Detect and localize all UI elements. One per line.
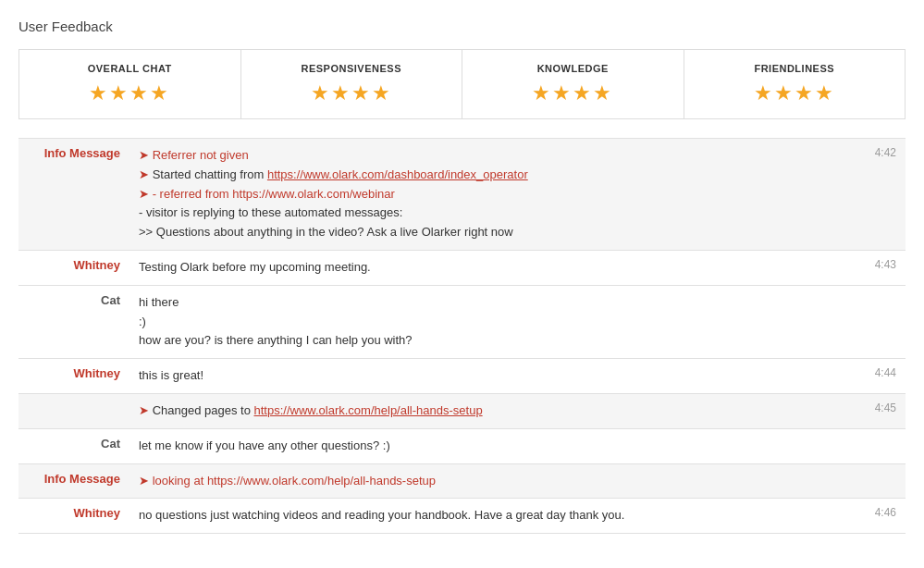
msg-line-7-0: no questions just watching videos and re… — [139, 506, 850, 525]
chat-table: Info Message➤ Referrer not given➤ Starte… — [18, 138, 906, 534]
rating-stars-2: ★★★★ — [472, 81, 674, 105]
time-cell-0: 4:42 — [859, 139, 906, 251]
time-cell-5 — [859, 428, 906, 463]
rating-label-3: FRIENDLINESS — [694, 63, 896, 74]
chat-link-0-1[interactable]: https://www.olark.com/dashboard/index_op… — [267, 167, 528, 181]
arrow-icon-0-1: ➤ — [139, 167, 153, 181]
sender-cell-1: Whitney — [18, 250, 129, 285]
chat-row-4: ➤ Changed pages to https://www.olark.com… — [18, 393, 906, 428]
time-cell-4: 4:45 — [859, 393, 906, 428]
chat-row-7: Whitneyno questions just watching videos… — [18, 499, 906, 534]
time-cell-3: 4:44 — [859, 359, 906, 394]
sender-cell-3: Whitney — [18, 359, 129, 394]
page-title: User Feedback — [18, 19, 906, 34]
rating-label-2: KNOWLEDGE — [472, 63, 674, 74]
msg-line-2-2: how are you? is there anything I can hel… — [139, 331, 850, 351]
sender-cell-2: Cat — [18, 285, 129, 358]
arrow-icon-0-2: ➤ — [139, 187, 153, 201]
msg-line-3-0: this is great! — [139, 366, 850, 386]
rating-cell-2: KNOWLEDGE★★★★ — [462, 50, 684, 118]
ratings-container: OVERALL CHAT★★★★RESPONSIVENESS★★★★KNOWLE… — [18, 49, 906, 119]
sender-cell-6: Info Message — [18, 463, 129, 499]
message-cell-3: this is great! — [129, 359, 859, 394]
msg-line-6-0: ➤ looking at https://www.olark.com/help/… — [139, 472, 850, 491]
sender-cell-4 — [18, 393, 129, 428]
rating-cell-0: OVERALL CHAT★★★★ — [19, 50, 241, 118]
message-cell-6: ➤ looking at https://www.olark.com/help/… — [129, 463, 859, 499]
msg-line-0-4: >> Questions about anything in the video… — [139, 223, 850, 242]
msg-line-0-0: ➤ Referrer not given — [139, 146, 850, 166]
msg-line-4-0: ➤ Changed pages to https://www.olark.com… — [139, 401, 850, 421]
chat-row-2: Cathi there:)how are you? is there anyth… — [18, 285, 906, 358]
time-cell-7: 4:46 — [859, 499, 906, 534]
rating-stars-0: ★★★★ — [29, 81, 231, 105]
msg-line-2-1: :) — [139, 313, 850, 332]
rating-cell-1: RESPONSIVENESS★★★★ — [241, 50, 463, 118]
message-cell-5: let me know if you have any other questi… — [129, 428, 859, 463]
sender-cell-0: Info Message — [18, 139, 129, 251]
chat-row-6: Info Message➤ looking at https://www.ola… — [18, 463, 906, 499]
message-cell-0: ➤ Referrer not given➤ Started chatting f… — [129, 139, 859, 251]
message-cell-7: no questions just watching videos and re… — [129, 499, 859, 534]
sender-cell-7: Whitney — [18, 499, 129, 534]
chat-row-0: Info Message➤ Referrer not given➤ Starte… — [18, 139, 906, 251]
msg-line-1-0: Testing Olark before my upcoming meeting… — [139, 258, 850, 278]
rating-label-0: OVERALL CHAT — [29, 63, 231, 74]
time-cell-1: 4:43 — [859, 250, 906, 285]
rating-cell-3: FRIENDLINESS★★★★ — [684, 50, 906, 118]
chat-row-1: WhitneyTesting Olark before my upcoming … — [18, 250, 906, 285]
rating-stars-1: ★★★★ — [251, 81, 453, 105]
message-cell-2: hi there:)how are you? is there anything… — [129, 285, 859, 358]
arrow-icon-6-0: ➤ — [139, 474, 153, 488]
message-cell-4: ➤ Changed pages to https://www.olark.com… — [129, 393, 859, 428]
msg-line-2-0: hi there — [139, 293, 850, 313]
message-cell-1: Testing Olark before my upcoming meeting… — [129, 250, 859, 285]
msg-line-0-3: - visitor is replying to these automated… — [139, 204, 850, 223]
time-cell-2 — [859, 285, 906, 358]
arrow-icon-4-0: ➤ — [139, 403, 153, 417]
rating-label-1: RESPONSIVENESS — [251, 63, 453, 74]
msg-line-5-0: let me know if you have any other questi… — [139, 437, 850, 456]
time-cell-6 — [859, 463, 906, 499]
chat-row-3: Whitneythis is great!4:44 — [18, 359, 906, 394]
arrow-icon-0-0: ➤ — [139, 148, 153, 162]
rating-stars-3: ★★★★ — [694, 81, 896, 105]
msg-line-0-1: ➤ Started chatting from https://www.olar… — [139, 166, 850, 185]
sender-cell-5: Cat — [18, 428, 129, 463]
msg-line-0-2: ➤ - referred from https://www.olark.com/… — [139, 185, 850, 204]
chat-link-4-0[interactable]: https://www.olark.com/help/all-hands-set… — [254, 403, 483, 417]
chat-row-5: Catlet me know if you have any other que… — [18, 428, 906, 463]
